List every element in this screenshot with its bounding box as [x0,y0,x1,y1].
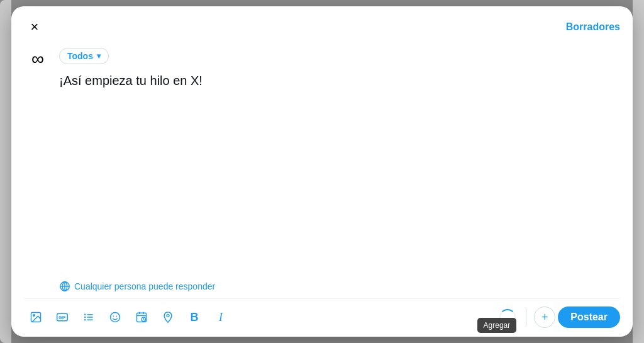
emoji-button[interactable] [103,305,127,329]
toolbar-vertical-divider [526,308,526,326]
reply-permission-text: Cualquier persona puede responder [74,281,215,291]
globe-icon [59,281,70,292]
char-circle [499,309,516,325]
plus-icon: + [541,312,548,323]
post-button[interactable]: Postear [558,306,620,328]
close-button[interactable]: × [24,16,45,38]
svg-point-10 [84,317,86,318]
image-button[interactable] [24,305,48,329]
gif-button[interactable]: GIF [50,305,74,329]
modal-content: ∞ Todos ▾ [11,43,633,274]
modal-header: × Borradores [11,6,633,43]
audience-button[interactable]: Todos ▾ [59,48,109,64]
compose-modal: × Borradores ∞ Todos ▾ [11,6,633,337]
svg-point-5 [33,315,35,317]
list-button[interactable] [77,305,101,329]
avatar-column: ∞ [24,48,52,274]
reply-permission-row[interactable]: Cualquier persona puede responder [11,274,633,298]
bg-right [633,0,644,343]
svg-point-22 [167,314,169,317]
svg-point-16 [116,316,118,317]
toolbar: GIF [11,299,633,337]
chevron-down-icon: ▾ [97,52,101,60]
svg-point-14 [111,313,120,322]
add-btn-wrapper: + Agregar [534,306,555,328]
add-button[interactable]: + [534,306,555,328]
image-icon [30,311,42,323]
avatar: ∞ [24,50,52,68]
location-icon [162,311,174,323]
infinity-icon: ∞ [31,50,44,68]
bold-button[interactable]: B [182,305,206,329]
italic-icon: I [219,311,223,324]
bg-left [0,0,11,343]
svg-point-8 [84,314,86,316]
location-button[interactable] [156,305,180,329]
svg-point-15 [113,316,114,317]
svg-text:GIF: GIF [58,315,65,320]
schedule-icon [135,311,148,323]
list-icon [82,311,95,323]
char-counter [497,306,518,328]
gif-icon: GIF [56,311,69,323]
text-column: Todos ▾ [59,48,620,274]
close-icon: × [31,19,39,35]
tweet-input[interactable] [59,72,620,274]
borradores-button[interactable]: Borradores [566,21,620,33]
bold-icon: B [191,311,199,324]
schedule-button[interactable] [130,305,153,329]
italic-button[interactable]: I [209,305,233,329]
audience-label: Todos [67,51,93,61]
emoji-icon [109,311,121,323]
overlay: × Borradores ∞ Todos ▾ [0,0,644,343]
svg-point-12 [84,319,86,321]
